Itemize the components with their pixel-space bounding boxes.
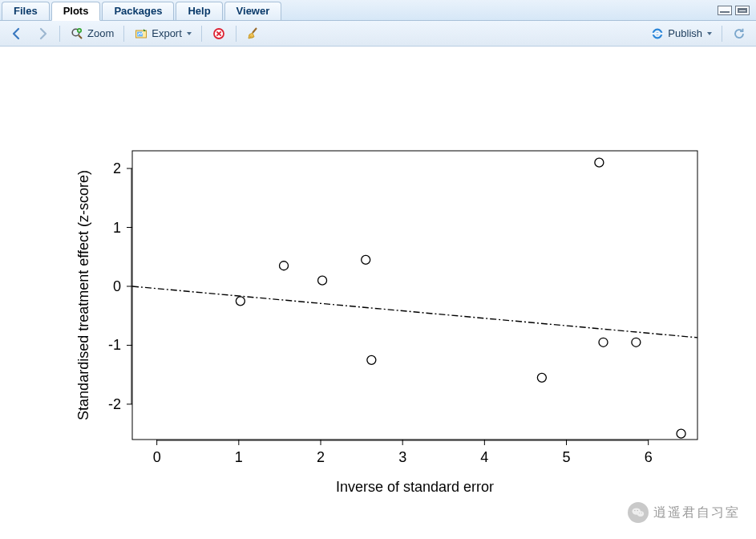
- tab-label: Viewer: [237, 5, 270, 17]
- data-point: [599, 338, 608, 346]
- toolbar-separator: [722, 26, 722, 42]
- maximize-pane-button[interactable]: [735, 6, 750, 15]
- clear-plots-button[interactable]: [243, 25, 264, 43]
- tab-label: Help: [188, 5, 210, 17]
- tab-plots[interactable]: Plots: [51, 2, 101, 21]
- y-tick-label: 1: [113, 220, 121, 236]
- tab-packages[interactable]: Packages: [102, 2, 174, 20]
- delete-icon: [212, 26, 226, 41]
- y-tick-label: -2: [108, 396, 121, 412]
- publish-button[interactable]: Publish: [647, 25, 715, 43]
- toolbar-separator: [123, 26, 124, 42]
- x-tick-label: 4: [480, 449, 488, 465]
- svg-line-6: [253, 28, 257, 33]
- pane-tab-strip: Files Plots Packages Help Viewer: [0, 0, 756, 21]
- data-point: [236, 297, 245, 306]
- y-tick-label: 2: [113, 160, 121, 176]
- tab-label: Plots: [63, 5, 89, 17]
- tab-files[interactable]: Files: [2, 2, 50, 20]
- svg-line-1: [79, 35, 82, 38]
- broom-icon: [246, 26, 261, 41]
- x-tick-label: 1: [235, 449, 243, 465]
- prev-plot-button[interactable]: [6, 25, 27, 43]
- publish-label: Publish: [668, 27, 702, 39]
- y-axis-label: Standardised treatment effect (z-score): [75, 170, 91, 420]
- data-point: [595, 158, 604, 167]
- zoom-icon: [70, 26, 84, 41]
- publish-icon: [650, 26, 665, 41]
- x-axis-label: Inverse of standard error: [336, 479, 494, 495]
- toolbar-separator: [236, 26, 237, 42]
- zoom-label: Zoom: [87, 27, 114, 39]
- refresh-icon: [732, 26, 746, 41]
- toolbar-separator: [59, 26, 60, 42]
- data-point: [367, 355, 376, 364]
- remove-plot-button[interactable]: [208, 25, 229, 43]
- x-tick-label: 5: [563, 449, 571, 465]
- plot-pane: 0123456Inverse of standard error-2-1012S…: [0, 47, 756, 539]
- plot-frame: [132, 151, 697, 440]
- tab-help[interactable]: Help: [176, 2, 222, 20]
- refresh-button[interactable]: [729, 25, 750, 43]
- tab-viewer[interactable]: Viewer: [224, 2, 282, 20]
- toolbar-separator: [201, 26, 202, 42]
- funnel-plot: 0123456Inverse of standard error-2-1012S…: [0, 47, 756, 539]
- y-tick-label: -1: [108, 337, 121, 353]
- chevron-down-icon: [707, 32, 712, 35]
- data-point: [537, 373, 546, 382]
- svg-rect-4: [137, 31, 143, 36]
- x-tick-label: 6: [645, 449, 653, 465]
- x-tick-label: 2: [317, 449, 325, 465]
- data-point: [318, 276, 327, 285]
- fit-line: [132, 286, 697, 338]
- export-label: Export: [152, 27, 182, 39]
- data-point: [280, 261, 289, 270]
- arrow-left-icon: [10, 26, 24, 41]
- data-point: [677, 429, 685, 438]
- arrow-right-icon: [35, 26, 50, 41]
- next-plot-button[interactable]: [32, 25, 53, 43]
- minimize-pane-button[interactable]: [718, 6, 732, 15]
- zoom-button[interactable]: Zoom: [67, 25, 117, 43]
- x-tick-label: 3: [398, 449, 406, 465]
- svg-rect-9: [651, 32, 664, 34]
- y-tick-label: 0: [113, 278, 121, 294]
- x-tick-label: 0: [153, 449, 161, 465]
- data-point: [362, 255, 370, 264]
- plots-toolbar: Zoom Export: [0, 21, 756, 47]
- export-button[interactable]: Export: [131, 25, 195, 43]
- data-point: [632, 338, 641, 346]
- chevron-down-icon: [187, 32, 192, 35]
- tab-label: Packages: [114, 5, 162, 17]
- export-icon: [134, 26, 148, 41]
- tab-label: Files: [14, 5, 38, 17]
